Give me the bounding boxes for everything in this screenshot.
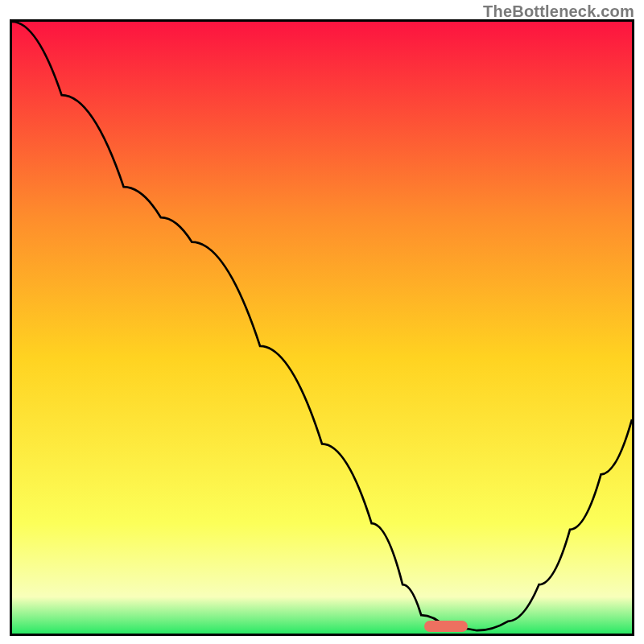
chart-frame [10, 19, 634, 636]
chart-curve [12, 22, 632, 634]
bottleneck-marker [424, 621, 468, 632]
attribution-text: TheBottleneck.com [483, 2, 634, 21]
